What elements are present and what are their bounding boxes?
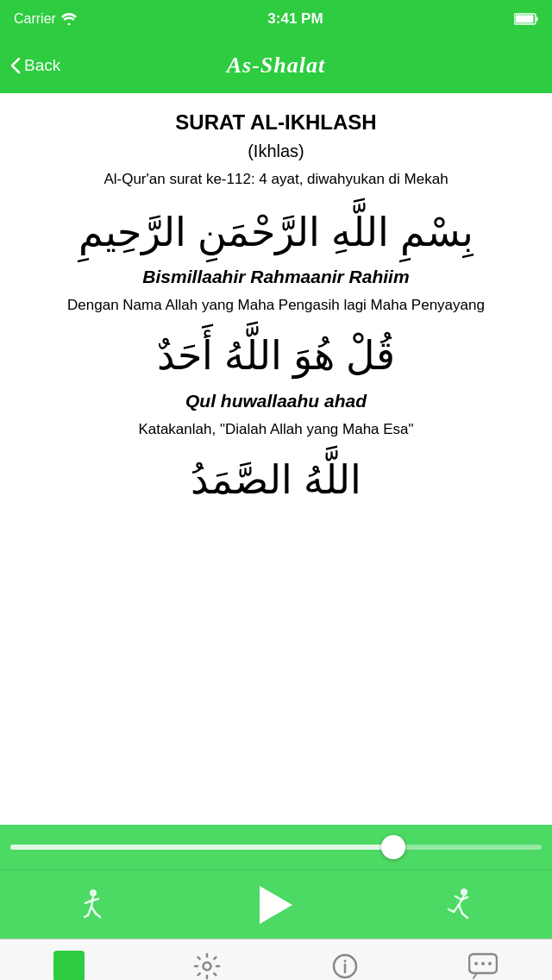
arabic-basmalah: بِسْمِ اللَّهِ الرَّحْمَنِ الرَّحِيمِ [21,204,531,260]
surat-title: SURAT AL-IKHLASH [21,110,531,135]
carrier-label: Carrier [14,11,56,27]
status-left: Carrier [14,11,77,27]
progress-track[interactable] [10,845,542,850]
progress-thumb[interactable] [381,835,405,859]
status-time: 3:41 PM [267,10,323,28]
svg-line-19 [462,914,467,918]
svg-rect-2 [515,16,533,23]
translation-basmalah: Dengan Nama Allah yang Maha Pengasih lag… [21,294,531,317]
tab-bar: As-Shalat Setting About [0,939,552,980]
progress-bar-container[interactable] [0,825,552,870]
status-right [514,13,538,25]
svg-point-23 [344,959,347,962]
svg-line-10 [91,907,96,914]
svg-rect-3 [536,17,537,22]
chat-icon [468,952,498,980]
play-icon [260,886,292,924]
back-chevron-icon [10,57,21,74]
transliteration-basmalah: Bismillaahir Rahmaanir Rahiim [21,267,531,287]
info-icon [331,952,359,980]
nav-bar: Back As-Shalat [0,38,552,93]
main-content: SURAT AL-IKHLASH (Ikhlas) Al-Qur'an sura… [0,93,552,825]
svg-point-27 [488,962,492,965]
svg-point-0 [67,23,70,26]
surat-info: Al-Qur'an surat ke-112: 4 ayat, diwahyuk… [21,168,531,191]
gear-icon [193,952,221,980]
tab-about[interactable]: About [276,939,414,980]
tab-setting[interactable]: Setting [138,939,276,980]
tab-as-shalat[interactable]: As-Shalat [0,939,138,980]
svg-point-26 [481,962,485,965]
back-label: Back [24,56,60,75]
walk-icon [74,886,112,924]
svg-line-9 [85,915,88,917]
run-button[interactable] [440,886,478,924]
surat-subtitle: (Ikhlas) [21,141,531,161]
svg-line-18 [459,905,462,914]
tab-as-shalat-icon-box [53,951,85,981]
svg-line-17 [448,909,454,912]
svg-line-16 [454,905,459,912]
playback-controls [0,870,552,939]
svg-line-8 [88,907,91,915]
status-bar: Carrier 3:41 PM [0,0,552,38]
wifi-icon [61,13,77,25]
svg-line-11 [96,914,100,917]
transliteration-1: Qul huwallaahu ahad [21,391,531,411]
as-shalat-active-icon [53,951,85,981]
progress-fill [10,845,393,850]
translation-1: Katakanlah, "Dialah Allah yang Maha Esa" [21,418,531,441]
tab-social-media-icon-box [467,951,499,981]
run-icon [440,886,478,924]
tab-about-icon-box [329,951,361,981]
arabic-verse-1: قُلْ هُوَ اللَّهُ أَحَدٌ [21,328,531,383]
battery-icon [514,13,538,25]
tab-social-media[interactable]: Social Media [414,939,552,980]
arabic-verse-2: اللَّهُ الصَّمَدُ [21,452,531,507]
tab-setting-icon-box [191,951,223,981]
walk-button[interactable] [74,886,112,924]
svg-point-20 [204,962,211,970]
svg-point-25 [474,962,478,965]
play-button[interactable] [260,886,292,924]
back-button[interactable]: Back [10,56,60,75]
nav-title: As-Shalat [227,53,326,79]
